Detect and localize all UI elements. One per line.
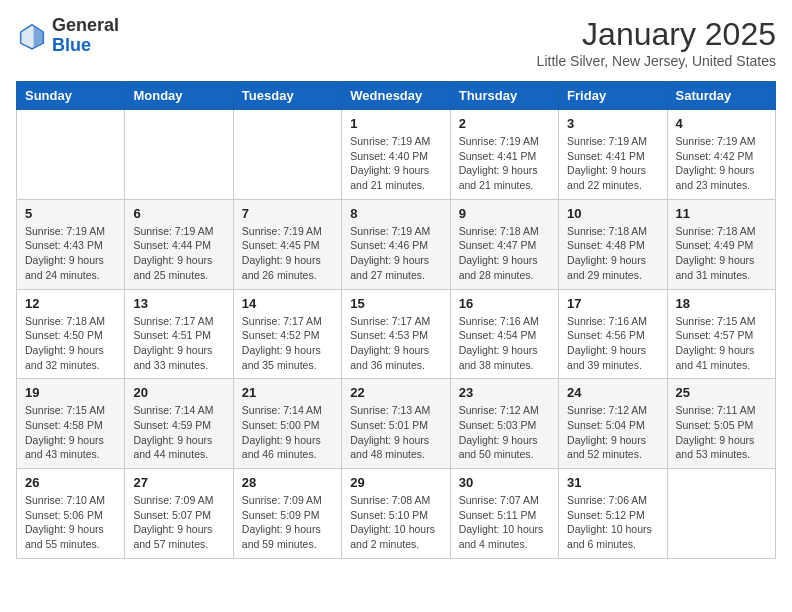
day-info: Sunrise: 7:06 AM Sunset: 5:12 PM Dayligh…: [567, 493, 658, 552]
calendar-week-row: 19Sunrise: 7:15 AM Sunset: 4:58 PM Dayli…: [17, 379, 776, 469]
day-number: 26: [25, 475, 116, 490]
day-info: Sunrise: 7:18 AM Sunset: 4:50 PM Dayligh…: [25, 314, 116, 373]
day-info: Sunrise: 7:17 AM Sunset: 4:53 PM Dayligh…: [350, 314, 441, 373]
calendar-week-row: 5Sunrise: 7:19 AM Sunset: 4:43 PM Daylig…: [17, 199, 776, 289]
day-number: 9: [459, 206, 550, 221]
calendar-day-cell: 24Sunrise: 7:12 AM Sunset: 5:04 PM Dayli…: [559, 379, 667, 469]
day-info: Sunrise: 7:17 AM Sunset: 4:52 PM Dayligh…: [242, 314, 333, 373]
calendar-day-cell: 9Sunrise: 7:18 AM Sunset: 4:47 PM Daylig…: [450, 199, 558, 289]
calendar-day-cell: [667, 469, 775, 559]
day-number: 12: [25, 296, 116, 311]
day-info: Sunrise: 7:08 AM Sunset: 5:10 PM Dayligh…: [350, 493, 441, 552]
calendar-day-cell: 8Sunrise: 7:19 AM Sunset: 4:46 PM Daylig…: [342, 199, 450, 289]
day-info: Sunrise: 7:19 AM Sunset: 4:45 PM Dayligh…: [242, 224, 333, 283]
location-title: Little Silver, New Jersey, United States: [537, 53, 776, 69]
calendar-day-cell: 2Sunrise: 7:19 AM Sunset: 4:41 PM Daylig…: [450, 110, 558, 200]
calendar-day-cell: 31Sunrise: 7:06 AM Sunset: 5:12 PM Dayli…: [559, 469, 667, 559]
day-info: Sunrise: 7:18 AM Sunset: 4:48 PM Dayligh…: [567, 224, 658, 283]
logo: General Blue: [16, 16, 119, 56]
calendar-day-cell: 26Sunrise: 7:10 AM Sunset: 5:06 PM Dayli…: [17, 469, 125, 559]
day-info: Sunrise: 7:19 AM Sunset: 4:41 PM Dayligh…: [567, 134, 658, 193]
day-number: 16: [459, 296, 550, 311]
day-info: Sunrise: 7:19 AM Sunset: 4:46 PM Dayligh…: [350, 224, 441, 283]
day-number: 30: [459, 475, 550, 490]
day-number: 19: [25, 385, 116, 400]
day-number: 13: [133, 296, 224, 311]
day-info: Sunrise: 7:12 AM Sunset: 5:03 PM Dayligh…: [459, 403, 550, 462]
day-number: 6: [133, 206, 224, 221]
title-block: January 2025 Little Silver, New Jersey, …: [537, 16, 776, 69]
day-info: Sunrise: 7:15 AM Sunset: 4:57 PM Dayligh…: [676, 314, 767, 373]
calendar-day-cell: 17Sunrise: 7:16 AM Sunset: 4:56 PM Dayli…: [559, 289, 667, 379]
calendar-day-cell: 20Sunrise: 7:14 AM Sunset: 4:59 PM Dayli…: [125, 379, 233, 469]
calendar-day-cell: 27Sunrise: 7:09 AM Sunset: 5:07 PM Dayli…: [125, 469, 233, 559]
calendar-day-cell: 4Sunrise: 7:19 AM Sunset: 4:42 PM Daylig…: [667, 110, 775, 200]
day-number: 2: [459, 116, 550, 131]
day-number: 25: [676, 385, 767, 400]
day-info: Sunrise: 7:19 AM Sunset: 4:42 PM Dayligh…: [676, 134, 767, 193]
calendar-table: SundayMondayTuesdayWednesdayThursdayFrid…: [16, 81, 776, 559]
calendar-day-cell: 13Sunrise: 7:17 AM Sunset: 4:51 PM Dayli…: [125, 289, 233, 379]
day-info: Sunrise: 7:19 AM Sunset: 4:40 PM Dayligh…: [350, 134, 441, 193]
calendar-day-cell: 12Sunrise: 7:18 AM Sunset: 4:50 PM Dayli…: [17, 289, 125, 379]
month-title: January 2025: [537, 16, 776, 53]
day-number: 8: [350, 206, 441, 221]
day-number: 24: [567, 385, 658, 400]
day-number: 20: [133, 385, 224, 400]
day-number: 1: [350, 116, 441, 131]
calendar-day-cell: [233, 110, 341, 200]
calendar-day-cell: 11Sunrise: 7:18 AM Sunset: 4:49 PM Dayli…: [667, 199, 775, 289]
calendar-day-cell: 30Sunrise: 7:07 AM Sunset: 5:11 PM Dayli…: [450, 469, 558, 559]
weekday-header-thursday: Thursday: [450, 82, 558, 110]
day-number: 27: [133, 475, 224, 490]
calendar-week-row: 1Sunrise: 7:19 AM Sunset: 4:40 PM Daylig…: [17, 110, 776, 200]
day-info: Sunrise: 7:16 AM Sunset: 4:56 PM Dayligh…: [567, 314, 658, 373]
logo-icon: [16, 20, 48, 52]
calendar-day-cell: 5Sunrise: 7:19 AM Sunset: 4:43 PM Daylig…: [17, 199, 125, 289]
day-info: Sunrise: 7:19 AM Sunset: 4:43 PM Dayligh…: [25, 224, 116, 283]
weekday-header-friday: Friday: [559, 82, 667, 110]
weekday-header-saturday: Saturday: [667, 82, 775, 110]
calendar-day-cell: 18Sunrise: 7:15 AM Sunset: 4:57 PM Dayli…: [667, 289, 775, 379]
day-number: 10: [567, 206, 658, 221]
calendar-day-cell: 28Sunrise: 7:09 AM Sunset: 5:09 PM Dayli…: [233, 469, 341, 559]
day-info: Sunrise: 7:11 AM Sunset: 5:05 PM Dayligh…: [676, 403, 767, 462]
day-info: Sunrise: 7:19 AM Sunset: 4:41 PM Dayligh…: [459, 134, 550, 193]
page-header: General Blue January 2025 Little Silver,…: [16, 16, 776, 69]
day-number: 28: [242, 475, 333, 490]
day-number: 11: [676, 206, 767, 221]
calendar-day-cell: 6Sunrise: 7:19 AM Sunset: 4:44 PM Daylig…: [125, 199, 233, 289]
calendar-day-cell: [17, 110, 125, 200]
calendar-day-cell: 22Sunrise: 7:13 AM Sunset: 5:01 PM Dayli…: [342, 379, 450, 469]
calendar-day-cell: 16Sunrise: 7:16 AM Sunset: 4:54 PM Dayli…: [450, 289, 558, 379]
day-number: 3: [567, 116, 658, 131]
day-number: 14: [242, 296, 333, 311]
day-number: 18: [676, 296, 767, 311]
calendar-day-cell: 25Sunrise: 7:11 AM Sunset: 5:05 PM Dayli…: [667, 379, 775, 469]
logo-general: General: [52, 15, 119, 35]
day-number: 31: [567, 475, 658, 490]
calendar-header-row: SundayMondayTuesdayWednesdayThursdayFrid…: [17, 82, 776, 110]
day-number: 15: [350, 296, 441, 311]
calendar-day-cell: 14Sunrise: 7:17 AM Sunset: 4:52 PM Dayli…: [233, 289, 341, 379]
weekday-header-sunday: Sunday: [17, 82, 125, 110]
day-info: Sunrise: 7:17 AM Sunset: 4:51 PM Dayligh…: [133, 314, 224, 373]
calendar-day-cell: 21Sunrise: 7:14 AM Sunset: 5:00 PM Dayli…: [233, 379, 341, 469]
day-number: 22: [350, 385, 441, 400]
day-info: Sunrise: 7:15 AM Sunset: 4:58 PM Dayligh…: [25, 403, 116, 462]
calendar-day-cell: 3Sunrise: 7:19 AM Sunset: 4:41 PM Daylig…: [559, 110, 667, 200]
day-number: 7: [242, 206, 333, 221]
day-number: 5: [25, 206, 116, 221]
calendar-day-cell: 15Sunrise: 7:17 AM Sunset: 4:53 PM Dayli…: [342, 289, 450, 379]
weekday-header-monday: Monday: [125, 82, 233, 110]
day-info: Sunrise: 7:19 AM Sunset: 4:44 PM Dayligh…: [133, 224, 224, 283]
calendar-day-cell: 19Sunrise: 7:15 AM Sunset: 4:58 PM Dayli…: [17, 379, 125, 469]
day-info: Sunrise: 7:13 AM Sunset: 5:01 PM Dayligh…: [350, 403, 441, 462]
day-info: Sunrise: 7:16 AM Sunset: 4:54 PM Dayligh…: [459, 314, 550, 373]
day-info: Sunrise: 7:14 AM Sunset: 4:59 PM Dayligh…: [133, 403, 224, 462]
day-number: 21: [242, 385, 333, 400]
day-info: Sunrise: 7:10 AM Sunset: 5:06 PM Dayligh…: [25, 493, 116, 552]
calendar-week-row: 26Sunrise: 7:10 AM Sunset: 5:06 PM Dayli…: [17, 469, 776, 559]
day-info: Sunrise: 7:18 AM Sunset: 4:47 PM Dayligh…: [459, 224, 550, 283]
calendar-day-cell: 7Sunrise: 7:19 AM Sunset: 4:45 PM Daylig…: [233, 199, 341, 289]
